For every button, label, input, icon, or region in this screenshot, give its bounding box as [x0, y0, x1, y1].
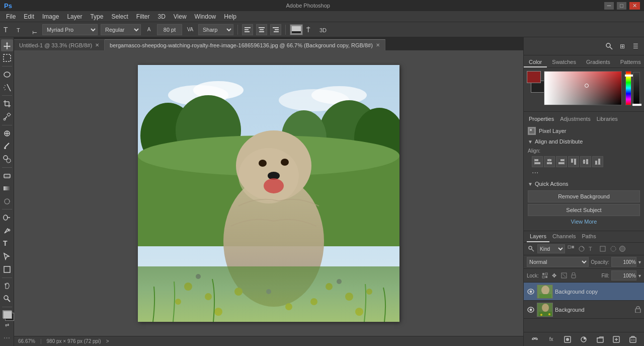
filter-smart-icon[interactable]: [609, 244, 618, 253]
align-right-button[interactable]: [270, 24, 281, 35]
text-color-btn[interactable]: [290, 24, 303, 35]
filter-type-icon[interactable]: T: [588, 244, 597, 253]
text-tool[interactable]: T: [1, 238, 13, 250]
filter-shape-icon[interactable]: [598, 244, 607, 253]
path-selection-tool[interactable]: [1, 250, 13, 262]
menu-item-help[interactable]: Help: [220, 12, 240, 21]
align-left-edges-btn[interactable]: [532, 156, 543, 167]
blur-tool[interactable]: [1, 195, 13, 207]
menu-item-view[interactable]: View: [170, 12, 191, 21]
filter-adjustments-icon[interactable]: [577, 244, 586, 253]
menu-item-filter[interactable]: Filter: [132, 12, 154, 21]
create-adjustment-icon[interactable]: [579, 335, 588, 344]
menu-item-layer[interactable]: Layer: [63, 12, 86, 21]
eyedropper-tool[interactable]: [1, 111, 13, 123]
link-layers-icon[interactable]: [530, 335, 539, 344]
lock-all-icon[interactable]: [570, 271, 578, 280]
swatches-tab[interactable]: Swatches: [547, 57, 581, 67]
blend-mode-select[interactable]: Normal: [527, 257, 589, 267]
close-button[interactable]: ✕: [629, 2, 640, 10]
crop-tool[interactable]: [1, 98, 13, 110]
filter-toggle[interactable]: [619, 246, 625, 252]
tab-bergamasco[interactable]: bergamasco-sheepdog-watching-royalty-fre…: [105, 39, 385, 50]
layers-tab[interactable]: Layers: [527, 231, 549, 242]
hand-tool[interactable]: [1, 280, 13, 292]
foreground-color-swatch[interactable]: [3, 310, 12, 318]
align-left-button[interactable]: [242, 24, 253, 35]
adjustments-tab[interactable]: Adjustments: [558, 115, 593, 123]
lasso-tool[interactable]: [1, 68, 13, 81]
fill-input[interactable]: [611, 270, 636, 281]
layout-icon[interactable]: ⊞: [617, 41, 628, 52]
opacity-input[interactable]: [611, 257, 636, 267]
color-tab[interactable]: Color: [524, 57, 547, 67]
magic-wand-tool[interactable]: [1, 82, 13, 94]
layer-visibility-copy[interactable]: [527, 288, 535, 296]
layer-background[interactable]: Background: [524, 301, 644, 319]
move-tool[interactable]: [1, 39, 13, 51]
lock-position-icon[interactable]: ✥: [550, 271, 558, 280]
tab-bergamasco-close[interactable]: ✕: [376, 42, 380, 48]
opacity-chevron-icon[interactable]: ▾: [638, 259, 641, 265]
align-top-edges-btn[interactable]: [568, 156, 579, 167]
anti-alias-select[interactable]: Sharp: [198, 24, 233, 35]
pen-tool[interactable]: [1, 225, 13, 237]
layer-filter-select[interactable]: Kind: [537, 244, 565, 253]
minimize-button[interactable]: ─: [604, 2, 614, 10]
panel-menu-icon[interactable]: ☰: [630, 41, 641, 52]
menu-item-type[interactable]: Type: [86, 12, 107, 21]
menu-item-file[interactable]: File: [2, 12, 20, 21]
clone-tool[interactable]: [1, 153, 13, 165]
menu-item-window[interactable]: Window: [191, 12, 220, 21]
gradients-tab[interactable]: Gradients: [581, 57, 615, 67]
opacity-bar[interactable]: [633, 72, 640, 106]
dodge-tool[interactable]: [1, 212, 13, 224]
foreground-swatch[interactable]: [527, 71, 541, 83]
healing-tool[interactable]: [1, 127, 13, 140]
more-align-button[interactable]: ···: [528, 168, 640, 177]
filter-pixel-icon[interactable]: [567, 244, 576, 253]
align-horizontal-centers-btn[interactable]: [544, 156, 555, 167]
menu-item-select[interactable]: Select: [107, 12, 132, 21]
zoom-tool[interactable]: [1, 293, 13, 305]
color-gradient-picker[interactable]: [544, 71, 622, 105]
align-vertical-centers-btn[interactable]: [580, 156, 591, 167]
menu-item-3d[interactable]: 3D: [153, 12, 169, 21]
menu-item-edit[interactable]: Edit: [20, 12, 38, 21]
add-style-icon[interactable]: fx: [547, 335, 556, 344]
select-subject-button[interactable]: Select Subject: [528, 204, 640, 216]
menu-item-image[interactable]: Image: [38, 12, 63, 21]
align-bottom-edges-btn[interactable]: [592, 156, 603, 167]
maximize-button[interactable]: □: [617, 2, 626, 10]
gradient-tool[interactable]: [1, 182, 13, 194]
channels-tab[interactable]: Channels: [549, 231, 579, 242]
view-more-link[interactable]: View More: [528, 218, 640, 226]
create-layer-icon[interactable]: [612, 335, 621, 344]
lock-artboards-icon[interactable]: [560, 271, 568, 280]
switch-colors-icon[interactable]: ⇄: [1, 319, 13, 331]
add-mask-icon[interactable]: [563, 335, 572, 344]
eraser-tool[interactable]: [1, 170, 13, 182]
remove-background-button[interactable]: Remove Background: [528, 190, 640, 202]
brush-tool[interactable]: [1, 140, 13, 152]
delete-layer-icon[interactable]: [628, 335, 637, 344]
libraries-tab[interactable]: Libraries: [595, 115, 620, 123]
lock-pixels-icon[interactable]: [541, 271, 549, 280]
properties-tab[interactable]: Properties: [527, 115, 556, 123]
tab-untitled[interactable]: Untitled-1 @ 33.3% (RGB/8#) ✕: [14, 39, 105, 50]
quick-actions-header[interactable]: ▼ Quick Actions: [524, 179, 644, 188]
align-section-header[interactable]: ▼ Align and Distribute: [524, 137, 644, 146]
more-tools-button[interactable]: ···: [1, 332, 13, 344]
status-arrow[interactable]: >: [106, 338, 109, 344]
layer-background-copy[interactable]: Background copy: [524, 283, 644, 301]
shape-tool[interactable]: [1, 263, 13, 275]
align-right-edges-btn[interactable]: [556, 156, 567, 167]
marquee-tool[interactable]: [1, 52, 13, 64]
search-icon[interactable]: [604, 41, 615, 52]
fill-chevron-icon[interactable]: ▾: [638, 273, 641, 279]
font-size-input[interactable]: [157, 24, 182, 35]
title-bar-controls[interactable]: ─ □ ✕: [604, 2, 640, 10]
font-style-select[interactable]: Regular: [101, 24, 141, 35]
font-family-select[interactable]: Myriad Pro: [42, 24, 98, 35]
color-hue-bar[interactable]: [625, 71, 631, 105]
